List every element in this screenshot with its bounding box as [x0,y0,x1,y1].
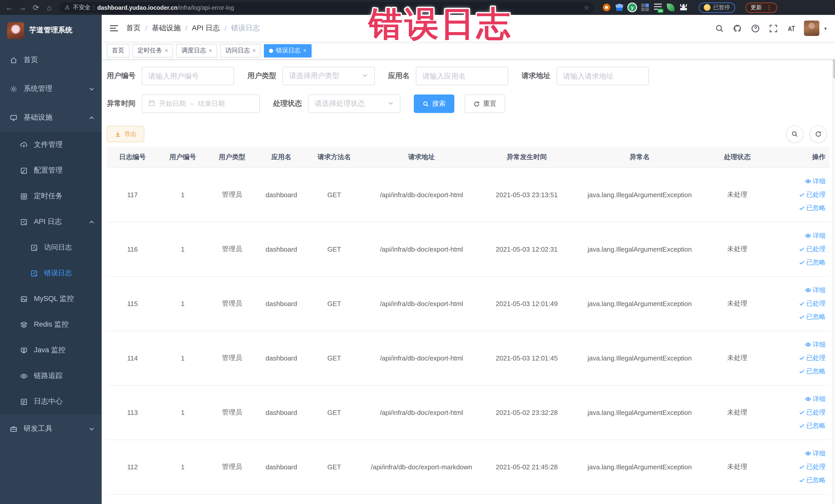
browser-back-icon[interactable]: ← [4,4,14,11]
breadcrumb-apilog[interactable]: API 日志 [192,24,220,33]
grid-extension-icon[interactable] [641,4,649,11]
app-name-field[interactable] [423,72,502,80]
puzzle-extensions-icon[interactable] [680,4,687,11]
help-icon[interactable] [750,23,760,33]
browser-reload-icon[interactable]: ⟳ [31,4,41,11]
sidebar-item-accesslog[interactable]: 访问日志 [0,235,102,260]
cell-exception: java.lang.IllegalArgumentException [588,245,692,253]
bookmark-star-icon[interactable]: ☆ [584,4,589,11]
breadcrumb-separator: / [185,24,187,32]
toggle-search-button[interactable] [786,125,803,143]
sidebar-item-system[interactable]: 系统管理 [0,75,102,103]
shield-extension-icon[interactable] [615,4,623,11]
address-bar[interactable]: ⚠ 不安全 dashboard.yudao.iocoder.cn/infra/l… [60,2,594,13]
sidebar-item-devtool[interactable]: 研发工具 [0,415,102,443]
green-extension-icon[interactable]: y [628,4,636,11]
page-url: dashboard.yudao.iocoder.cn/infra/log/api… [97,4,234,11]
request-url-input[interactable] [556,67,649,85]
eye-icon [20,372,28,380]
sidebar-item-file[interactable]: 文件管理 [0,132,102,158]
mark-ignored-link[interactable]: 已忽略 [798,313,826,321]
user-id-field[interactable] [148,72,227,80]
mark-processed-link[interactable]: 已处理 [798,408,826,417]
mark-ignored-link[interactable]: 已忽略 [798,258,826,267]
leaf-extension-icon[interactable] [667,4,675,11]
search-icon[interactable] [714,23,725,33]
browser-home-icon[interactable]: ⌂ [44,4,55,11]
avatar-caret-icon[interactable]: ▾ [824,25,827,31]
font-size-icon[interactable] [786,23,796,33]
detail-link[interactable]: 详细 [805,231,826,240]
close-icon[interactable]: × [252,48,256,54]
sidebar-item-mysql[interactable]: MySQL 监控 [0,286,102,312]
detail-link[interactable]: 详细 [805,286,826,295]
orange-extension-icon[interactable] [603,4,610,11]
app-name-input[interactable] [416,67,508,85]
tab-job[interactable]: 定时任务× [133,44,173,57]
request-url-field[interactable] [563,72,642,80]
detail-link[interactable]: 详细 [805,395,826,403]
app-logo-row[interactable]: 芋道管理系统 [0,15,102,46]
detail-link[interactable]: 详细 [805,449,826,458]
date-range-picker[interactable]: 开始日期 ~ 结束日期 [142,95,260,113]
tab-error-log[interactable]: 错误日志× [264,44,312,57]
mark-ignored-link[interactable]: 已忽略 [798,367,826,376]
mark-processed-link[interactable]: 已处理 [798,354,826,362]
browser-menu-icon[interactable]: ⋮ [766,4,772,11]
browser-forward-icon[interactable]: → [18,4,28,11]
mark-processed-link[interactable]: 已处理 [798,190,826,199]
github-icon[interactable] [732,23,742,33]
sidebar-item-trace[interactable]: 链路追踪 [0,363,102,389]
close-icon[interactable]: × [165,48,168,54]
browser-update-chip[interactable]: 更新 ⋮ [746,2,777,13]
sidebar-item-redis[interactable]: Redis 监控 [0,312,102,337]
user-avatar[interactable] [804,21,820,36]
active-tab-dot [269,48,273,53]
sidebar: 芋道管理系统 首页 系统管理 基础设施 文件管理 [0,15,102,504]
breadcrumb-home[interactable]: 首页 [126,24,141,33]
detail-link[interactable]: 详细 [805,177,826,186]
mark-processed-link[interactable]: 已处理 [798,245,826,254]
fullscreen-icon[interactable] [768,23,778,33]
refresh-button[interactable] [809,125,827,143]
chevron-up-icon [89,219,95,225]
tab-job-log[interactable]: 调度日志× [176,44,217,57]
mark-processed-link[interactable]: 已处理 [798,299,826,308]
page-scrollbar[interactable] [832,15,835,504]
table-row: 116 1 管理员 dashboard GET /api/infra/db-do… [107,222,830,276]
switch-extension-icon[interactable]: on [654,4,662,11]
sidebar-collapse-icon[interactable] [110,25,118,31]
mark-ignored-link[interactable]: 已忽略 [798,204,826,212]
tab-home[interactable]: 首页 [107,44,129,57]
sidebar-item-home[interactable]: 首页 [0,46,102,75]
sidebar-item-infra[interactable]: 基础设施 [0,103,102,132]
close-icon[interactable]: × [209,48,212,54]
sidebar-item-java[interactable]: Java 监控 [0,337,102,363]
sidebar-item-job[interactable]: 定时任务 [0,183,102,209]
tab-access-log[interactable]: 访问日志× [220,44,261,57]
reset-button[interactable]: 重置 [465,95,505,113]
cell-time: 2021-05-03 12:01:45 [496,354,557,362]
search-button[interactable]: 搜索 [414,95,454,113]
status-select[interactable]: 请选择处理状态 [308,95,401,113]
extensions-area: y on 已暂停 更新 ⋮ [603,2,777,13]
mark-ignored-link[interactable]: 已忽略 [798,476,826,484]
detail-link[interactable]: 详细 [805,340,826,349]
sidebar-item-apilog[interactable]: API 日志 [0,209,102,235]
mark-processed-link[interactable]: 已处理 [798,462,826,471]
sidebar-item-config[interactable]: 配置管理 [0,158,102,183]
table-toolbar-right [786,125,827,143]
sidebar-item-errorlog[interactable]: 错误日志 [0,260,102,286]
mark-ignored-link[interactable]: 已忽略 [798,421,826,430]
user-type-select[interactable]: 请选择用户类型 [282,67,375,85]
cell-user-type: 管理员 [222,354,242,362]
user-id-input[interactable] [142,67,234,85]
paused-tab-group-chip[interactable]: 已暂停 [699,2,735,13]
document-edit-icon [20,398,28,406]
export-button[interactable]: 导出 [107,126,144,142]
close-icon[interactable]: × [303,48,306,54]
cell-url: /api/infra/db-doc/export-html [380,354,463,362]
sidebar-item-logcenter[interactable]: 日志中心 [0,389,102,415]
document-edit-icon [20,218,28,226]
breadcrumb-infra[interactable]: 基础设施 [152,24,181,33]
